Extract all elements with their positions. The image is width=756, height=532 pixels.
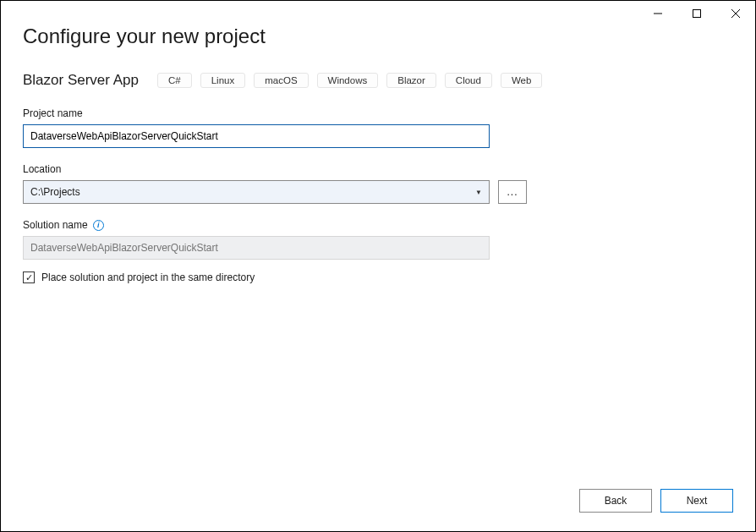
location-combo[interactable]: C:\Projects ▼	[23, 180, 490, 204]
main-content: Configure your new project Blazor Server…	[23, 25, 733, 283]
chevron-down-icon: ▼	[475, 189, 482, 196]
solution-name-label-text: Solution name	[23, 219, 88, 231]
tag: Web	[501, 73, 542, 88]
tag: Windows	[317, 73, 379, 88]
info-icon[interactable]: i	[93, 220, 104, 231]
template-name: Blazor Server App	[23, 72, 139, 89]
close-button[interactable]	[716, 1, 755, 26]
window-controls	[638, 1, 755, 26]
browse-button[interactable]: ...	[498, 180, 527, 204]
footer: Back Next	[579, 489, 733, 513]
tag: Blazor	[386, 73, 436, 88]
next-button[interactable]: Next	[660, 489, 733, 513]
tag: macOS	[254, 73, 308, 88]
tag: Cloud	[445, 73, 492, 88]
location-value: C:\Projects	[30, 186, 80, 198]
same-directory-label: Place solution and project in the same d…	[41, 271, 255, 283]
maximize-button[interactable]	[677, 1, 716, 26]
tag: Linux	[200, 73, 246, 88]
same-directory-row: ✓ Place solution and project in the same…	[23, 271, 733, 283]
solution-name-input	[23, 236, 490, 260]
project-name-input[interactable]	[23, 124, 490, 148]
location-row: C:\Projects ▼ ...	[23, 180, 733, 204]
template-row: Blazor Server App C# Linux macOS Windows…	[23, 72, 733, 89]
svg-rect-1	[693, 10, 701, 18]
project-name-label: Project name	[23, 107, 733, 119]
back-button[interactable]: Back	[579, 489, 652, 513]
same-directory-checkbox[interactable]: ✓	[23, 271, 35, 283]
solution-name-label: Solution name i	[23, 219, 733, 231]
tag: C#	[157, 73, 192, 88]
location-label: Location	[23, 163, 733, 175]
minimize-button[interactable]	[638, 1, 677, 26]
page-title: Configure your new project	[23, 25, 733, 48]
